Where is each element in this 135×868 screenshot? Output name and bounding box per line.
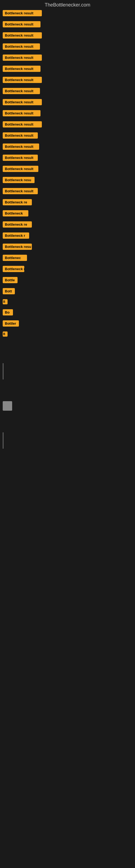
bottleneck-item-28: Bo — [3, 309, 132, 315]
bottleneck-badge-21[interactable]: Bottleneck r — [3, 232, 29, 239]
bottleneck-item-12: Bottleneck result — [3, 132, 132, 138]
bottleneck-item-27: B — [3, 299, 132, 304]
bottleneck-item-18: Bottleneck re — [3, 199, 132, 205]
bottleneck-badge-16[interactable]: Bottleneck resu — [3, 177, 35, 183]
bottleneck-badge-28[interactable]: Bo — [3, 309, 13, 315]
bottleneck-item-30: B — [3, 332, 132, 337]
bottleneck-badge-25[interactable]: Bottle — [3, 277, 17, 283]
bottleneck-item-20: Bottleneck re — [3, 221, 132, 227]
bottleneck-badge-26[interactable]: Bott — [3, 288, 15, 294]
bottleneck-item-2: Bottleneck result — [3, 21, 132, 27]
vertical-bar-2 — [3, 432, 3, 448]
bottleneck-item-16: Bottleneck resu — [3, 177, 132, 183]
bottleneck-badge-2[interactable]: Bottleneck result — [3, 21, 41, 27]
bottom-chart-area — [0, 401, 135, 411]
bottleneck-item-5: Bottleneck result — [3, 55, 132, 61]
bottleneck-item-3: Bottleneck result — [3, 32, 132, 38]
bottleneck-badge-3[interactable]: Bottleneck result — [3, 32, 42, 38]
bottleneck-badge-6[interactable]: Bottleneck result — [3, 66, 41, 72]
bottleneck-item-1: Bottleneck result — [3, 10, 132, 16]
bottom-spacer-1 — [0, 341, 135, 363]
bottleneck-badge-9[interactable]: Bottleneck result — [3, 99, 42, 105]
bottleneck-badge-7[interactable]: Bottleneck result — [3, 77, 42, 83]
bottleneck-badge-12[interactable]: Bottleneck result — [3, 132, 38, 138]
bottleneck-item-26: Bott — [3, 288, 132, 294]
vertical-bar-1 — [3, 363, 3, 379]
bottleneck-item-6: Bottleneck result — [3, 66, 132, 72]
bottleneck-badge-5[interactable]: Bottleneck result — [3, 55, 42, 61]
bottleneck-item-8: Bottleneck result — [3, 88, 132, 94]
bottleneck-item-21: Bottleneck r — [3, 232, 132, 239]
bottleneck-badge-19[interactable]: Bottleneck — [3, 210, 28, 216]
bottleneck-item-9: Bottleneck result — [3, 99, 132, 105]
main-container: Bottleneck resultBottleneck resultBottle… — [0, 10, 135, 337]
bottom-spacer-2 — [0, 379, 135, 401]
bottleneck-item-10: Bottleneck result — [3, 110, 132, 116]
site-title-text: TheBottlenecker.com — [45, 2, 90, 8]
bottleneck-badge-23[interactable]: Bottlenec — [3, 255, 27, 261]
bottleneck-badge-4[interactable]: Bottleneck result — [3, 43, 40, 50]
bottom-spacer-3 — [0, 411, 135, 432]
bottleneck-badge-13[interactable]: Bottleneck result — [3, 144, 39, 150]
bottleneck-badge-8[interactable]: Bottleneck result — [3, 88, 40, 94]
bottleneck-item-4: Bottleneck result — [3, 43, 132, 50]
bottleneck-item-11: Bottleneck result — [3, 121, 132, 127]
bottleneck-item-29: Bottler — [3, 320, 132, 327]
bottleneck-item-14: Bottleneck result — [3, 155, 132, 161]
bottleneck-item-13: Bottleneck result — [3, 144, 132, 150]
bottleneck-badge-27[interactable]: B — [3, 299, 8, 304]
bottleneck-badge-11[interactable]: Bottleneck result — [3, 121, 42, 127]
bottleneck-badge-22[interactable]: Bottleneck resu — [3, 244, 32, 250]
site-title: TheBottlenecker.com — [0, 0, 135, 10]
bottleneck-item-23: Bottlenec — [3, 255, 132, 261]
bottleneck-badge-15[interactable]: Bottleneck result — [3, 166, 38, 172]
bottleneck-badge-14[interactable]: Bottleneck result — [3, 155, 38, 161]
bottleneck-item-24: Bottleneck r — [3, 266, 132, 272]
bottleneck-badge-17[interactable]: Bottleneck result — [3, 188, 38, 194]
bottleneck-badge-18[interactable]: Bottleneck re — [3, 199, 32, 205]
bottleneck-item-7: Bottleneck result — [3, 77, 132, 83]
bottleneck-item-19: Bottleneck — [3, 210, 132, 216]
bottleneck-item-15: Bottleneck result — [3, 166, 132, 172]
bottleneck-item-22: Bottleneck resu — [3, 244, 132, 250]
bottleneck-badge-29[interactable]: Bottler — [3, 320, 19, 327]
bottleneck-item-17: Bottleneck result — [3, 188, 132, 194]
bottleneck-badge-24[interactable]: Bottleneck r — [3, 266, 24, 272]
bottleneck-badge-20[interactable]: Bottleneck re — [3, 221, 32, 227]
bottleneck-badge-1[interactable]: Bottleneck result — [3, 10, 42, 16]
bottleneck-badge-10[interactable]: Bottleneck result — [3, 110, 41, 116]
bottleneck-badge-30[interactable]: B — [3, 332, 8, 337]
bottleneck-item-25: Bottle — [3, 277, 132, 283]
bottom-icon — [3, 401, 12, 411]
